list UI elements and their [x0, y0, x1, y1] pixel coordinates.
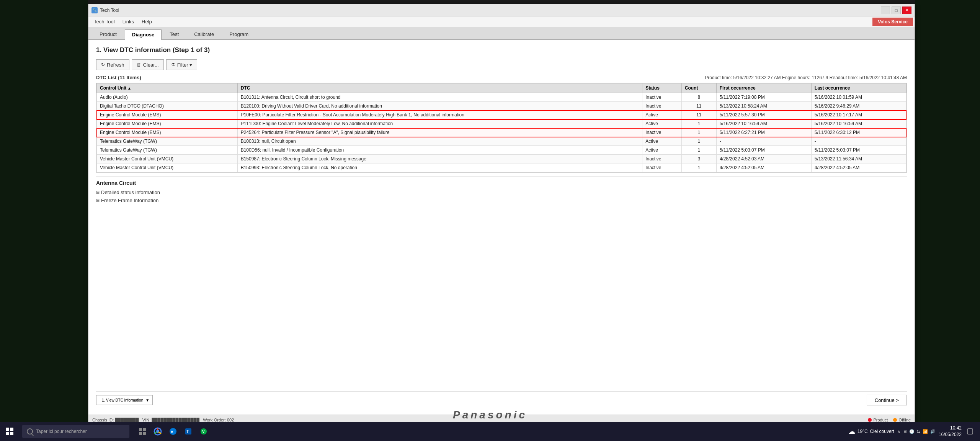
cell-control-unit: Engine Control Module (EMS) — [97, 128, 238, 137]
cell-status: Active — [642, 111, 682, 119]
main-window: 🔧 Tech Tool — □ ✕ Tech Tool Links Help V… — [88, 4, 915, 425]
tab-product[interactable]: Product — [92, 29, 124, 39]
tab-diagnose[interactable]: Diagnose — [125, 29, 162, 40]
table-row[interactable]: Audio (Audio) B101311: Antenna Circuit, … — [97, 93, 906, 102]
tray-volume-icon: 🔊 — [930, 429, 936, 434]
menu-item-links[interactable]: Links — [119, 16, 138, 27]
dtc-table-wrapper[interactable]: Control Unit DTC Status Count First occu… — [96, 83, 907, 173]
cell-count: 1 — [681, 163, 716, 172]
tab-test[interactable]: Test — [162, 29, 186, 39]
menu-item-help[interactable]: Help — [138, 16, 156, 27]
refresh-button[interactable]: ↻ Refresh — [96, 59, 129, 70]
svg-rect-2 — [139, 432, 142, 435]
cell-first-occurrence: 5/11/2022 7:19:08 PM — [716, 93, 811, 102]
clock: 10:42 16/05/2022 — [939, 425, 962, 438]
taskbar-search-bar[interactable]: Taper ici pour rechercher — [22, 425, 129, 438]
col-header-dtc[interactable]: DTC — [237, 83, 642, 93]
tab-program[interactable]: Program — [222, 29, 256, 39]
step-dropdown[interactable]: 1. View DTC information ▼ — [96, 395, 153, 405]
cell-control-unit: Telematics GateWay (TGW) — [97, 137, 238, 146]
cell-count: 11 — [681, 111, 716, 119]
app-icon: 🔧 — [91, 7, 98, 13]
table-row[interactable]: Vehicle Master Control Unit (VMCU) B1509… — [97, 163, 906, 172]
tray-caret[interactable]: ∧ — [897, 429, 900, 434]
cell-control-unit: Vehicle Master Control Unit (VMCU) — [97, 155, 238, 163]
col-header-control-unit[interactable]: Control Unit — [97, 83, 238, 93]
title-bar-left: 🔧 Tech Tool — [91, 7, 119, 13]
search-placeholder: Taper ici pour rechercher — [36, 429, 87, 434]
cell-first-occurrence: 4/28/2022 4:52:05 AM — [716, 163, 811, 172]
continue-button[interactable]: Continue > — [867, 395, 907, 405]
selected-item-title: Antenna Circuit — [96, 180, 907, 186]
cell-last-occurrence: - — [811, 137, 906, 146]
table-row[interactable]: Telematics GateWay (TGW) B100313: null, … — [97, 137, 906, 146]
cell-dtc: B101311: Antenna Circuit, Circuit short … — [237, 93, 642, 102]
freeze-frame-section[interactable]: ⊟ Freeze Frame Information — [96, 196, 907, 204]
utility-icon[interactable]: V — [197, 425, 211, 438]
browser-icon[interactable]: e — [166, 425, 180, 438]
col-header-first-occurrence[interactable]: First occurrence — [716, 83, 811, 93]
filter-button[interactable]: ⚗ Filter ▾ — [166, 59, 198, 70]
bottom-section: Antenna Circuit ⊟ Detailed status inform… — [96, 176, 907, 204]
cell-first-occurrence: 5/13/2022 10:58:24 AM — [716, 102, 811, 111]
toolbar: ↻ Refresh 🗑 Clear... ⚗ Filter ▾ — [96, 59, 907, 70]
dropdown-chevron-icon: ▼ — [145, 398, 149, 402]
table-row[interactable]: Engine Control Module (EMS) P10FE00: Par… — [97, 111, 906, 119]
bg-dark-left — [0, 0, 88, 441]
clear-button[interactable]: 🗑 Clear... — [132, 59, 164, 70]
windows-icon — [6, 428, 13, 435]
notification-button[interactable] — [965, 426, 975, 437]
weather-widget: ☁ 19°C Ciel couvert — [848, 427, 894, 436]
cell-first-occurrence: 5/11/2022 5:57:30 PM — [716, 111, 811, 119]
page-title: 1. View DTC information (Step 1 of 3) — [96, 46, 907, 54]
minimize-button[interactable]: — — [881, 7, 890, 14]
cell-first-occurrence: 5/16/2022 10:16:59 AM — [716, 119, 811, 128]
expand-icon-freeze: ⊟ — [96, 198, 100, 203]
chrome-icon[interactable] — [151, 425, 165, 438]
list-title: DTC List (11 Items) — [96, 75, 141, 80]
col-header-last-occurrence[interactable]: Last occurrence — [811, 83, 906, 93]
work-order: Work Order: 002 — [203, 418, 234, 422]
volos-service-button[interactable]: Volos Service — [872, 18, 913, 26]
search-icon — [27, 428, 33, 434]
cell-count: 11 — [681, 102, 716, 111]
cell-last-occurrence: 5/11/2022 6:30:12 PM — [811, 128, 906, 137]
start-button[interactable] — [0, 422, 19, 441]
footer-bar: 1. View DTC information ▼ Continue > — [96, 391, 907, 408]
cell-count: 3 — [681, 155, 716, 163]
product-dot — [868, 418, 872, 422]
refresh-label: Refresh — [107, 62, 124, 68]
cell-first-occurrence: 4/28/2022 4:52:03 AM — [716, 155, 811, 163]
col-header-count[interactable]: Count — [681, 83, 716, 93]
table-row[interactable]: Engine Control Module (EMS) P111D00: Eng… — [97, 119, 906, 128]
tray-arrows-icon: ⇆ — [917, 429, 920, 434]
cell-last-occurrence: 5/16/2022 10:01:59 AM — [811, 93, 906, 102]
tab-calibrate[interactable]: Calibrate — [187, 29, 221, 39]
cell-last-occurrence: 5/11/2022 5:03:07 PM — [811, 146, 906, 155]
cell-dtc: B150987: Electronic Steering Column Lock… — [237, 155, 642, 163]
cell-dtc: B100D56: null, Invalid / Incompatible Co… — [237, 146, 642, 155]
maximize-button[interactable]: □ — [892, 7, 901, 14]
refresh-icon: ↻ — [101, 62, 105, 67]
app-taskbar-icon[interactable]: T — [181, 425, 195, 438]
svg-rect-15 — [967, 429, 973, 434]
trash-icon: 🗑 — [137, 62, 141, 67]
cell-control-unit: Digital Tacho DTCO (DTACHO) — [97, 102, 238, 111]
svg-rect-3 — [143, 432, 146, 435]
table-row[interactable]: Engine Control Module (EMS) P245264: Par… — [97, 128, 906, 137]
table-row[interactable]: Telematics GateWay (TGW) B100D56: null, … — [97, 146, 906, 155]
table-header-row: Control Unit DTC Status Count First occu… — [97, 83, 906, 93]
freeze-frame-label: Freeze Frame Information — [101, 198, 158, 203]
table-row[interactable]: Vehicle Master Control Unit (VMCU) B1509… — [97, 155, 906, 163]
cell-control-unit: Vehicle Master Control Unit (VMCU) — [97, 163, 238, 172]
table-row[interactable]: Digital Tacho DTCO (DTACHO) B120100: Dri… — [97, 102, 906, 111]
col-header-status[interactable]: Status — [642, 83, 682, 93]
detailed-status-section[interactable]: ⊟ Detailed status information — [96, 188, 907, 196]
dropdown-nav: 1. View DTC information ▼ — [96, 395, 153, 405]
task-view-icon[interactable] — [136, 425, 149, 438]
offline-label: Offline — [898, 418, 911, 422]
expand-icon-detailed: ⊟ — [96, 190, 100, 195]
close-button[interactable]: ✕ — [902, 7, 911, 14]
menu-item-techtool[interactable]: Tech Tool — [90, 16, 119, 27]
cell-last-occurrence: 4/28/2022 4:52:05 AM — [811, 163, 906, 172]
